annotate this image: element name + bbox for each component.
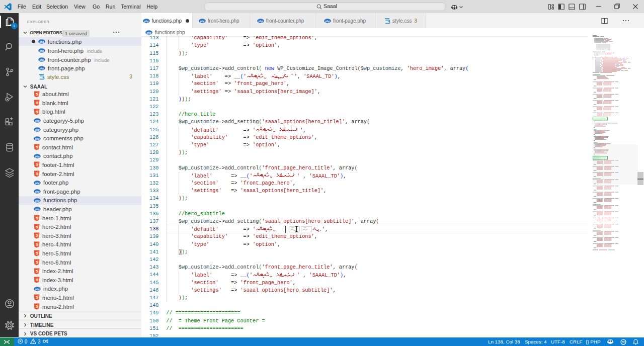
svg-text:php: php (35, 120, 40, 122)
svg-text:5: 5 (36, 296, 38, 300)
svg-text:5: 5 (36, 304, 38, 309)
svg-text:php: php (146, 32, 151, 34)
svg-text:php: php (143, 20, 148, 23)
svg-text:5: 5 (36, 101, 38, 106)
svg-text:php: php (325, 20, 330, 23)
svg-text:php: php (39, 41, 44, 43)
svg-text:php: php (35, 129, 40, 131)
svg-text:php: php (35, 199, 40, 202)
svg-text:php: php (200, 20, 205, 23)
svg-text:5: 5 (36, 234, 38, 238)
svg-text:php: php (35, 182, 40, 184)
svg-text:5: 5 (36, 92, 38, 97)
svg-text:php: php (39, 67, 44, 70)
svg-text:php: php (258, 20, 263, 23)
svg-text:5: 5 (36, 251, 38, 256)
svg-text:5: 5 (36, 242, 38, 247)
svg-text:php: php (35, 137, 40, 140)
svg-text:5: 5 (36, 110, 38, 114)
svg-text:5: 5 (36, 163, 38, 167)
svg-text:php: php (39, 50, 44, 52)
svg-text:php: php (35, 191, 40, 193)
svg-text:5: 5 (36, 145, 38, 150)
svg-text:php: php (35, 208, 40, 211)
svg-text:php: php (35, 288, 40, 290)
svg-text:5: 5 (36, 171, 38, 176)
svg-text:php: php (39, 58, 44, 61)
svg-text:5: 5 (36, 225, 38, 229)
svg-text:5: 5 (36, 269, 38, 274)
svg-text:php: php (35, 155, 40, 157)
svg-text:5: 5 (36, 260, 38, 265)
svg-text:5: 5 (36, 278, 38, 283)
svg-text:5: 5 (36, 216, 38, 220)
